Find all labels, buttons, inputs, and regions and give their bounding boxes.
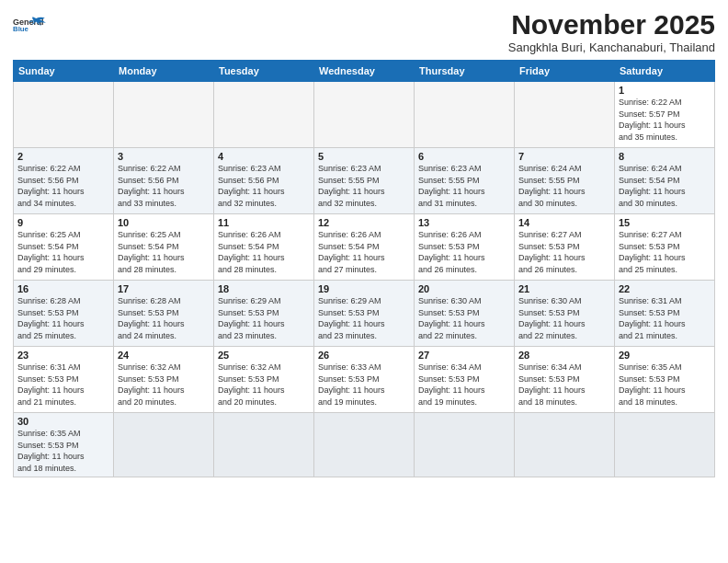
calendar-cell (615, 413, 715, 477)
calendar-cell: 4Sunrise: 6:23 AM Sunset: 5:56 PM Daylig… (214, 148, 314, 214)
day-number: 24 (118, 350, 210, 361)
calendar-cell: 12Sunrise: 6:26 AM Sunset: 5:54 PM Dayli… (314, 214, 415, 281)
calendar-cell: 23Sunrise: 6:31 AM Sunset: 5:53 PM Dayli… (14, 347, 114, 413)
calendar-cell: 26Sunrise: 6:33 AM Sunset: 5:53 PM Dayli… (314, 347, 415, 413)
calendar-cell: 20Sunrise: 6:30 AM Sunset: 5:53 PM Dayli… (415, 281, 515, 347)
calendar-cell (515, 82, 615, 148)
day-info: Sunrise: 6:24 AM Sunset: 5:55 PM Dayligh… (518, 163, 610, 209)
weekday-header-thursday: Thursday (415, 61, 515, 82)
weekday-header-monday: Monday (114, 61, 214, 82)
calendar-table: SundayMondayTuesdayWednesdayThursdayFrid… (13, 60, 715, 477)
day-number: 6 (418, 151, 510, 162)
day-number: 19 (318, 283, 410, 294)
day-number: 2 (17, 151, 109, 162)
title-area: November 2025 Sangkhla Buri, Kanchanabur… (508, 9, 715, 54)
calendar-cell: 22Sunrise: 6:31 AM Sunset: 5:53 PM Dayli… (615, 281, 715, 347)
header: General Blue November 2025 Sangkhla Buri… (13, 9, 715, 54)
day-info: Sunrise: 6:28 AM Sunset: 5:53 PM Dayligh… (118, 295, 210, 341)
day-number: 18 (218, 283, 310, 294)
calendar-week-row: 30Sunrise: 6:35 AM Sunset: 5:53 PM Dayli… (14, 413, 715, 477)
calendar-cell: 9Sunrise: 6:25 AM Sunset: 5:54 PM Daylig… (14, 214, 114, 281)
day-info: Sunrise: 6:28 AM Sunset: 5:53 PM Dayligh… (17, 295, 109, 341)
calendar-cell: 11Sunrise: 6:26 AM Sunset: 5:54 PM Dayli… (214, 214, 314, 281)
day-info: Sunrise: 6:29 AM Sunset: 5:53 PM Dayligh… (218, 295, 310, 341)
logo-icon: General Blue (13, 15, 46, 33)
day-info: Sunrise: 6:27 AM Sunset: 5:53 PM Dayligh… (619, 229, 711, 275)
calendar-cell (114, 413, 214, 477)
calendar-cell: 7Sunrise: 6:24 AM Sunset: 5:55 PM Daylig… (515, 148, 615, 214)
day-number: 21 (518, 283, 610, 294)
calendar-cell (214, 82, 314, 148)
calendar-cell: 2Sunrise: 6:22 AM Sunset: 5:56 PM Daylig… (14, 148, 114, 214)
day-info: Sunrise: 6:26 AM Sunset: 5:53 PM Dayligh… (418, 229, 510, 275)
day-number: 8 (619, 151, 711, 162)
month-title: November 2025 (508, 9, 715, 40)
day-number: 29 (619, 350, 711, 361)
calendar-cell (515, 413, 615, 477)
calendar-cell (14, 82, 114, 148)
day-info: Sunrise: 6:22 AM Sunset: 5:56 PM Dayligh… (17, 163, 109, 209)
day-number: 28 (518, 350, 610, 361)
day-info: Sunrise: 6:29 AM Sunset: 5:53 PM Dayligh… (318, 295, 410, 341)
day-number: 14 (518, 217, 610, 228)
day-number: 4 (218, 151, 310, 162)
day-info: Sunrise: 6:25 AM Sunset: 5:54 PM Dayligh… (17, 229, 109, 275)
calendar-cell (214, 413, 314, 477)
day-number: 27 (418, 350, 510, 361)
calendar-week-row: 1Sunrise: 6:22 AM Sunset: 5:57 PM Daylig… (14, 82, 715, 148)
day-info: Sunrise: 6:23 AM Sunset: 5:55 PM Dayligh… (318, 163, 410, 209)
calendar-cell: 18Sunrise: 6:29 AM Sunset: 5:53 PM Dayli… (214, 281, 314, 347)
svg-text:Blue: Blue (13, 25, 29, 33)
day-info: Sunrise: 6:30 AM Sunset: 5:53 PM Dayligh… (418, 295, 510, 341)
calendar-cell: 30Sunrise: 6:35 AM Sunset: 5:53 PM Dayli… (14, 413, 114, 477)
calendar-cell: 24Sunrise: 6:32 AM Sunset: 5:53 PM Dayli… (114, 347, 214, 413)
weekday-header-wednesday: Wednesday (314, 61, 415, 82)
calendar-cell: 8Sunrise: 6:24 AM Sunset: 5:54 PM Daylig… (615, 148, 715, 214)
calendar-cell: 21Sunrise: 6:30 AM Sunset: 5:53 PM Dayli… (515, 281, 615, 347)
calendar-cell: 10Sunrise: 6:25 AM Sunset: 5:54 PM Dayli… (114, 214, 214, 281)
day-number: 5 (318, 151, 410, 162)
calendar-cell: 14Sunrise: 6:27 AM Sunset: 5:53 PM Dayli… (515, 214, 615, 281)
day-number: 17 (118, 283, 210, 294)
day-info: Sunrise: 6:31 AM Sunset: 5:53 PM Dayligh… (17, 362, 109, 408)
logo: General Blue (13, 9, 46, 33)
day-number: 23 (17, 350, 109, 361)
day-number: 1 (619, 85, 711, 96)
calendar-cell (314, 413, 415, 477)
calendar-cell (415, 82, 515, 148)
day-info: Sunrise: 6:27 AM Sunset: 5:53 PM Dayligh… (518, 229, 610, 275)
weekday-header-row: SundayMondayTuesdayWednesdayThursdayFrid… (14, 61, 715, 82)
calendar-cell: 5Sunrise: 6:23 AM Sunset: 5:55 PM Daylig… (314, 148, 415, 214)
calendar-cell: 6Sunrise: 6:23 AM Sunset: 5:55 PM Daylig… (415, 148, 515, 214)
day-number: 13 (418, 217, 510, 228)
page: General Blue November 2025 Sangkhla Buri… (0, 0, 728, 563)
day-info: Sunrise: 6:30 AM Sunset: 5:53 PM Dayligh… (518, 295, 610, 341)
day-info: Sunrise: 6:26 AM Sunset: 5:54 PM Dayligh… (318, 229, 410, 275)
calendar-cell: 29Sunrise: 6:35 AM Sunset: 5:53 PM Dayli… (615, 347, 715, 413)
day-info: Sunrise: 6:35 AM Sunset: 5:53 PM Dayligh… (17, 428, 109, 474)
day-number: 15 (619, 217, 711, 228)
calendar-cell: 16Sunrise: 6:28 AM Sunset: 5:53 PM Dayli… (14, 281, 114, 347)
calendar-cell (114, 82, 214, 148)
subtitle: Sangkhla Buri, Kanchanaburi, Thailand (508, 40, 715, 54)
day-info: Sunrise: 6:34 AM Sunset: 5:53 PM Dayligh… (518, 362, 610, 408)
calendar-week-row: 9Sunrise: 6:25 AM Sunset: 5:54 PM Daylig… (14, 214, 715, 281)
weekday-header-friday: Friday (515, 61, 615, 82)
calendar-cell: 27Sunrise: 6:34 AM Sunset: 5:53 PM Dayli… (415, 347, 515, 413)
day-info: Sunrise: 6:22 AM Sunset: 5:57 PM Dayligh… (619, 97, 711, 143)
day-number: 22 (619, 283, 711, 294)
calendar-cell: 13Sunrise: 6:26 AM Sunset: 5:53 PM Dayli… (415, 214, 515, 281)
calendar-cell (314, 82, 415, 148)
day-info: Sunrise: 6:32 AM Sunset: 5:53 PM Dayligh… (218, 362, 310, 408)
calendar-cell: 17Sunrise: 6:28 AM Sunset: 5:53 PM Dayli… (114, 281, 214, 347)
day-number: 30 (17, 416, 109, 427)
day-info: Sunrise: 6:23 AM Sunset: 5:56 PM Dayligh… (218, 163, 310, 209)
calendar-week-row: 23Sunrise: 6:31 AM Sunset: 5:53 PM Dayli… (14, 347, 715, 413)
calendar-cell (415, 413, 515, 477)
calendar-cell: 19Sunrise: 6:29 AM Sunset: 5:53 PM Dayli… (314, 281, 415, 347)
day-number: 12 (318, 217, 410, 228)
weekday-header-sunday: Sunday (14, 61, 114, 82)
weekday-header-tuesday: Tuesday (214, 61, 314, 82)
day-info: Sunrise: 6:33 AM Sunset: 5:53 PM Dayligh… (318, 362, 410, 408)
calendar-cell: 3Sunrise: 6:22 AM Sunset: 5:56 PM Daylig… (114, 148, 214, 214)
